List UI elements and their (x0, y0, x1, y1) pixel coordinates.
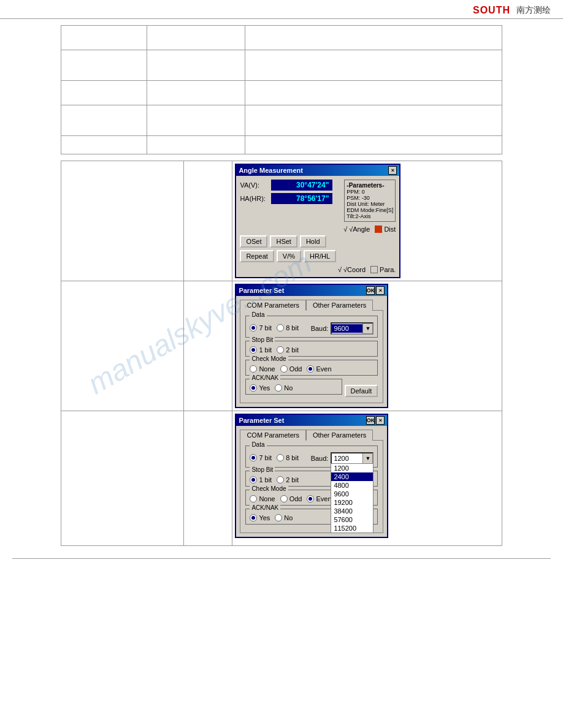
radio-none[interactable]: None (250, 365, 275, 373)
baud-value: 1200 (332, 454, 362, 463)
radio-none[interactable]: None (250, 495, 275, 502)
baud-option-9600[interactable]: 9600 (331, 490, 373, 498)
radio-8bit[interactable]: 8 bit (277, 454, 299, 461)
radio-even[interactable]: Even (307, 365, 331, 373)
va-value: 30°47'24" (271, 180, 332, 191)
baud-dropdown[interactable]: 1200 2400 4800 9600 19200 38400 57600 (331, 463, 373, 533)
baud-option-57600[interactable]: 57600 (331, 515, 373, 524)
table-row: Parameter Set OK × COM Parameters Other … (61, 411, 502, 546)
radio-yes[interactable]: Yes (250, 384, 270, 392)
table-cell (61, 50, 147, 81)
radio-circle-2bit (277, 476, 284, 483)
page-header: SOUTH 南方测绘 (0, 0, 563, 19)
table-row (61, 50, 502, 81)
dialog-title: Parameter Set (239, 417, 284, 424)
table-row (61, 136, 502, 154)
radio-7bit[interactable]: 7 bit (250, 324, 272, 332)
table-section-2: Angle Measurement × VA(V): 30°47'24" (61, 161, 502, 546)
radio-no[interactable]: No (275, 384, 293, 392)
radio-circle-7bit (250, 324, 257, 332)
radio-circle-even (307, 365, 314, 373)
tab-com-parameters[interactable]: COM Parameters (240, 430, 306, 441)
close-button[interactable]: × (376, 416, 385, 425)
radio-circle-no (275, 384, 282, 392)
table-cell (61, 105, 147, 136)
baud-option-19200[interactable]: 19200 (331, 498, 373, 507)
ack-fieldset: ACK/NAK Yes No (245, 379, 342, 395)
tab-com-parameters[interactable]: COM Parameters (240, 300, 306, 311)
baud-option-2400[interactable]: 2400 (331, 472, 373, 481)
titlebar-buttons[interactable]: OK × (366, 416, 385, 425)
tab-other-parameters[interactable]: Other Parameters (306, 430, 373, 441)
radio-8bit[interactable]: 8 bit (277, 324, 299, 332)
tab-other-parameters[interactable]: Other Parameters (306, 300, 373, 311)
radio-no[interactable]: No (275, 514, 293, 521)
table-cell (245, 81, 502, 105)
para-icon-button[interactable]: Para. (370, 266, 396, 273)
ok-button[interactable]: OK (366, 416, 375, 425)
table-cell (183, 281, 232, 411)
ha-value: 78°56'17" (271, 193, 332, 204)
angle-buttons-row: OSet HSet Hold (240, 235, 396, 248)
baud-option-115200[interactable]: 115200 (331, 524, 373, 533)
radio-2bit[interactable]: 2 bit (277, 346, 299, 354)
angle-measurement-dialog: Angle Measurement × VA(V): 30°47'24" (235, 164, 400, 278)
radio-circle-1bit (250, 476, 257, 483)
checkmark-icon: √ (343, 226, 347, 233)
va-label: VA(V): (240, 181, 267, 189)
table-cell (245, 105, 502, 136)
titlebar-buttons[interactable]: × (388, 166, 397, 175)
baud-combo[interactable]: 1200 ▼ (331, 452, 373, 464)
angle-buttons-row-2: Repeat V/% HR/HL (240, 250, 396, 262)
hrhl-button[interactable]: HR/HL (304, 250, 336, 262)
close-button[interactable]: × (376, 286, 385, 295)
stop-bit-radio-row: 1 bit 2 bit (250, 344, 373, 354)
close-button[interactable]: × (388, 166, 397, 175)
dist-icon (375, 226, 382, 233)
param-edm: EDM Mode:Fine[S] (347, 207, 393, 213)
ok-button[interactable]: OK (366, 286, 375, 295)
parameter-set-dialog-2: Parameter Set OK × COM Parameters Other … (235, 414, 388, 538)
baud-combo[interactable]: 9600 ▼ (331, 322, 373, 335)
ha-label: HA(HR): (240, 195, 267, 202)
radio-odd[interactable]: Odd (280, 495, 302, 502)
coord-icon-button[interactable]: √ √Coord (338, 266, 366, 273)
titlebar-buttons[interactable]: OK × (366, 286, 385, 295)
dialog-titlebar: Parameter Set OK × (236, 415, 387, 426)
combo-arrow-icon[interactable]: ▼ (362, 324, 372, 333)
default-button[interactable]: Default (345, 385, 378, 397)
baud-option-1200[interactable]: 1200 (331, 464, 373, 472)
radio-even[interactable]: Even (307, 495, 331, 502)
vp-button[interactable]: V/% (277, 250, 301, 262)
radio-circle-2bit (277, 346, 284, 354)
baud-option-4800[interactable]: 4800 (331, 481, 373, 490)
coord-btn-label: √Coord (343, 266, 366, 273)
radio-1bit[interactable]: 1 bit (250, 476, 272, 483)
tab-content: Data 7 bit 8 bit (240, 440, 383, 533)
main-content: Angle Measurement × VA(V): 30°47'24" (0, 25, 563, 546)
parameter-set-dialog-1: Parameter Set OK × COM Parameters Other … (235, 284, 388, 408)
table-cell (147, 105, 245, 136)
dialog-body: VA(V): 30°47'24" HA(HR): 78°56'17" -Para… (236, 176, 399, 277)
table-cell (147, 81, 245, 105)
param-ppm: PPM: 0 (347, 189, 393, 195)
oset-button[interactable]: OSet (240, 235, 267, 248)
radio-7bit[interactable]: 7 bit (250, 454, 272, 461)
radio-1bit[interactable]: 1 bit (250, 346, 272, 354)
table-cell (183, 411, 232, 546)
angle-icon-button[interactable]: √ √Angle (343, 226, 370, 233)
data-legend: Data (250, 441, 266, 448)
dialog-titlebar: Angle Measurement × (236, 165, 399, 176)
hset-button[interactable]: HSet (270, 235, 297, 248)
data-fieldset: Data 7 bit 8 bit (245, 316, 378, 338)
repeat-button[interactable]: Repeat (240, 250, 274, 262)
radio-odd[interactable]: Odd (280, 365, 302, 373)
table-cell (245, 136, 502, 154)
baud-option-38400[interactable]: 38400 (331, 507, 373, 515)
hold-button[interactable]: Hold (300, 235, 326, 248)
table-row: Parameter Set OK × COM Parameters Other … (61, 281, 502, 411)
combo-arrow-icon[interactable]: ▼ (362, 453, 372, 463)
radio-2bit[interactable]: 2 bit (277, 476, 299, 483)
dist-icon-button[interactable]: Dist (375, 226, 396, 233)
radio-yes[interactable]: Yes (250, 514, 270, 521)
